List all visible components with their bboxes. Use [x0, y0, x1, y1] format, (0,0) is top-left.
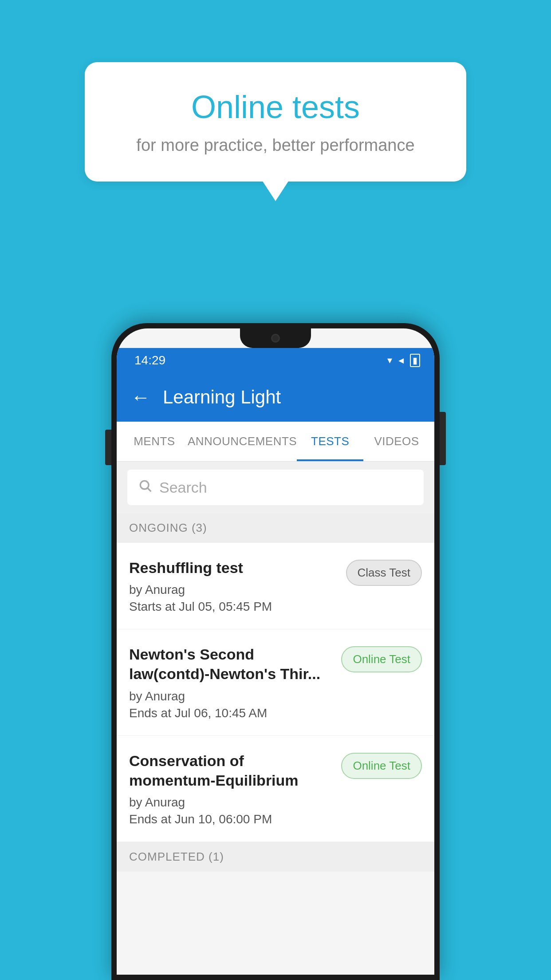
test-badge-3: Online Test: [341, 753, 422, 779]
completed-section-header: COMPLETED (1): [117, 842, 434, 872]
completed-label: COMPLETED (1): [129, 850, 224, 863]
test-item[interactable]: Reshuffling test by Anurag Starts at Jul…: [117, 543, 434, 629]
search-icon: [138, 478, 152, 497]
signal-icon: ◄: [397, 356, 405, 366]
test-author-1: by Anurag: [129, 583, 337, 597]
phone-outer: 14:29 ▾ ◄ ▮ ← Learning Light MENTS ANNOU…: [111, 323, 440, 980]
test-author-2: by Anurag: [129, 689, 332, 703]
test-badge-1: Class Test: [346, 560, 422, 586]
speech-bubble-container: Online tests for more practice, better p…: [85, 62, 466, 182]
bubble-subtitle: for more practice, better performance: [120, 136, 431, 155]
status-time: 14:29: [134, 353, 165, 368]
tab-tests[interactable]: TESTS: [297, 422, 363, 461]
status-icons: ▾ ◄ ▮: [387, 354, 420, 367]
test-list: Reshuffling test by Anurag Starts at Jul…: [117, 543, 434, 842]
svg-point-0: [140, 481, 149, 489]
status-bar: 14:29 ▾ ◄ ▮: [117, 348, 434, 373]
ongoing-label: ONGOING (3): [129, 521, 207, 534]
test-name-3: Conservation of momentum-Equilibrium: [129, 751, 332, 790]
svg-line-1: [148, 488, 151, 491]
phone-container: 14:29 ▾ ◄ ▮ ← Learning Light MENTS ANNOU…: [111, 323, 440, 980]
speech-bubble: Online tests for more practice, better p…: [85, 62, 466, 182]
test-name-1: Reshuffling test: [129, 558, 337, 577]
search-bar[interactable]: Search: [127, 470, 424, 505]
test-time-3: Ends at Jun 10, 06:00 PM: [129, 812, 332, 826]
test-item[interactable]: Newton's Second law(contd)-Newton's Thir…: [117, 629, 434, 735]
phone-screen: 14:29 ▾ ◄ ▮ ← Learning Light MENTS ANNOU…: [117, 328, 434, 975]
test-time-1: Starts at Jul 05, 05:45 PM: [129, 600, 337, 614]
test-info-3: Conservation of momentum-Equilibrium by …: [129, 751, 341, 826]
test-item[interactable]: Conservation of momentum-Equilibrium by …: [117, 736, 434, 842]
tab-ments[interactable]: MENTS: [121, 422, 188, 461]
notch: [240, 328, 311, 348]
tab-announcements[interactable]: ANNOUNCEMENTS: [188, 422, 297, 461]
camera: [271, 334, 280, 343]
bubble-title: Online tests: [120, 89, 431, 125]
test-author-3: by Anurag: [129, 795, 332, 810]
search-placeholder: Search: [159, 479, 207, 496]
tab-videos[interactable]: VIDEOS: [363, 422, 430, 461]
wifi-icon: ▾: [387, 355, 392, 366]
back-button[interactable]: ←: [131, 386, 150, 408]
app-title: Learning Light: [163, 387, 281, 408]
test-time-2: Ends at Jul 06, 10:45 AM: [129, 706, 332, 720]
test-info-2: Newton's Second law(contd)-Newton's Thir…: [129, 644, 341, 720]
app-header: ← Learning Light: [117, 373, 434, 422]
ongoing-section-header: ONGOING (3): [117, 513, 434, 543]
test-badge-2: Online Test: [341, 646, 422, 672]
tabs-bar: MENTS ANNOUNCEMENTS TESTS VIDEOS: [117, 422, 434, 462]
search-container: Search: [117, 462, 434, 513]
test-name-2: Newton's Second law(contd)-Newton's Thir…: [129, 644, 332, 684]
test-info-1: Reshuffling test by Anurag Starts at Jul…: [129, 558, 346, 614]
battery-icon: ▮: [410, 354, 420, 367]
